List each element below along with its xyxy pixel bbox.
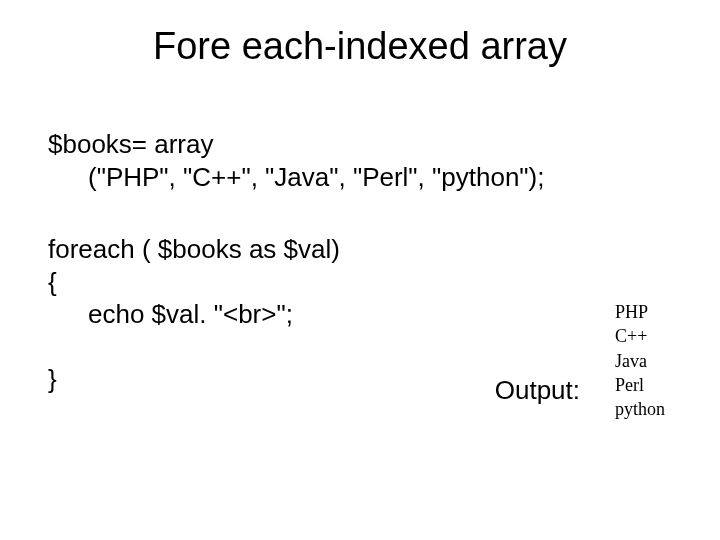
slide-container: Fore each-indexed array $books= array ("…: [0, 0, 720, 540]
output-label: Output:: [495, 375, 580, 406]
code-line: {: [48, 266, 672, 299]
code-line: $books= array: [48, 128, 672, 161]
output-line: C++: [615, 324, 665, 348]
output-box: PHP C++ Java Perl python: [615, 300, 665, 421]
slide-body: $books= array ("PHP", "C++", "Java", "Pe…: [48, 128, 672, 395]
code-line: echo $val. "<br>";: [48, 298, 672, 331]
code-line: foreach ( $books as $val): [48, 233, 672, 266]
output-line: PHP: [615, 300, 665, 324]
output-line: Perl: [615, 373, 665, 397]
code-block-loop: foreach ( $books as $val) { echo $val. "…: [48, 233, 672, 395]
code-line: ("PHP", "C++", "Java", "Perl", "python")…: [48, 161, 672, 194]
code-block-declaration: $books= array ("PHP", "C++", "Java", "Pe…: [48, 128, 672, 193]
output-line: python: [615, 397, 665, 421]
slide-title: Fore each-indexed array: [48, 25, 672, 68]
output-line: Java: [615, 349, 665, 373]
